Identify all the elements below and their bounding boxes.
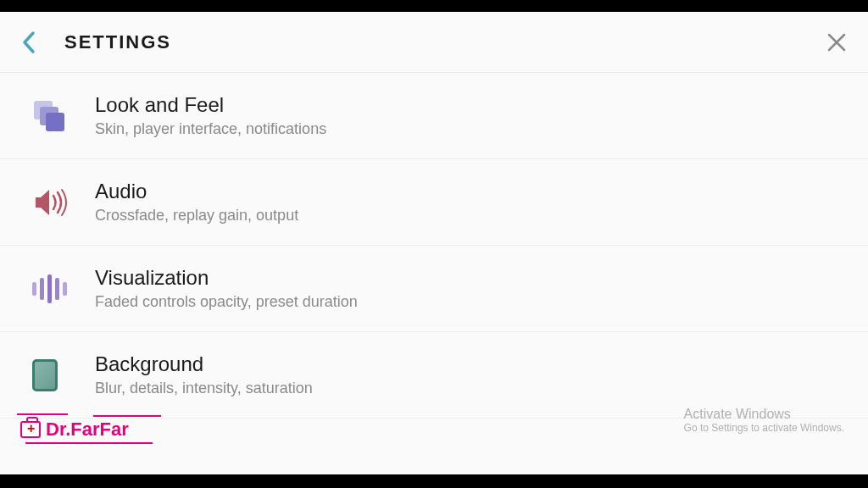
settings-list: Look and Feel Skin, player interface, no… (0, 73, 868, 419)
settings-screen: SETTINGS Look and Feel Skin, player inte… (0, 12, 868, 474)
watermark-line2: Go to Settings to activate Windows. (684, 422, 844, 434)
page-title: SETTINGS (64, 31, 826, 53)
background-icon (32, 359, 83, 391)
item-subtitle: Blur, details, intensity, saturation (95, 380, 844, 397)
item-subtitle: Skin, player interface, notifications (95, 120, 844, 138)
logo-text: Dr.FarFar (46, 419, 129, 441)
logo-watermark: Dr.FarFar (20, 419, 129, 441)
header: SETTINGS (0, 12, 868, 73)
settings-item-audio[interactable]: Audio Crossfade, replay gain, output (0, 159, 868, 246)
settings-item-visualization[interactable]: Visualization Faded controls opacity, pr… (0, 246, 868, 332)
item-subtitle: Crossfade, replay gain, output (95, 207, 844, 225)
item-title: Audio (95, 180, 844, 203)
visualization-icon (32, 274, 83, 303)
settings-item-background[interactable]: Background Blur, details, intensity, sat… (0, 332, 868, 419)
medical-bag-icon (20, 421, 41, 438)
back-button[interactable] (20, 30, 37, 55)
close-button[interactable] (826, 31, 848, 53)
item-title: Visualization (95, 266, 844, 290)
chevron-left-icon (20, 30, 37, 55)
audio-icon (32, 187, 83, 218)
item-title: Background (95, 352, 844, 376)
close-icon (826, 31, 848, 53)
item-title: Look and Feel (95, 93, 844, 117)
look-feel-icon (32, 99, 83, 133)
item-subtitle: Faded controls opacity, preset duration (95, 293, 844, 311)
settings-item-look-and-feel[interactable]: Look and Feel Skin, player interface, no… (0, 73, 868, 159)
